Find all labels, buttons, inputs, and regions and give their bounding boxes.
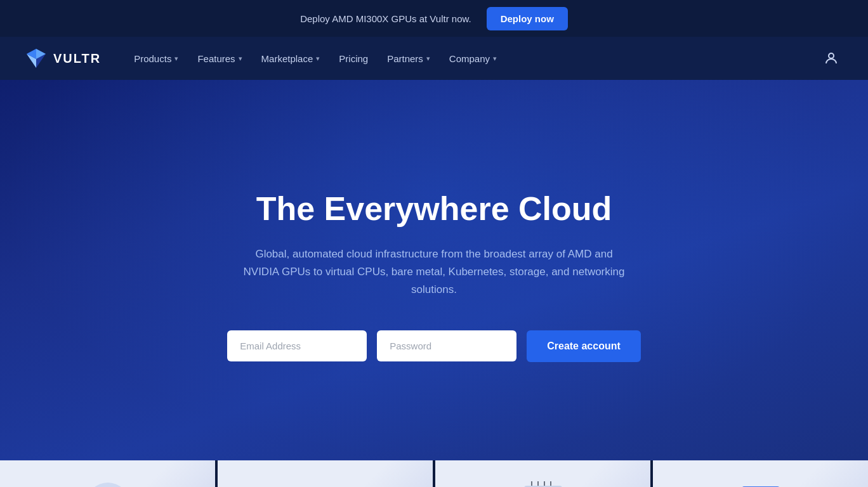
nav-item-features[interactable]: Features ▾ xyxy=(190,48,249,69)
chevron-down-icon: ▾ xyxy=(493,55,497,63)
nav-item-products[interactable]: Products ▾ xyxy=(126,48,186,69)
logo-text: VULTR xyxy=(53,51,101,66)
create-account-button[interactable]: Create account xyxy=(527,330,641,362)
password-input[interactable] xyxy=(377,330,516,361)
deploy-now-button[interactable]: Deploy now xyxy=(487,7,568,30)
user-account-button[interactable] xyxy=(820,47,843,70)
hero-title: The Everywhere Cloud xyxy=(256,191,612,227)
chevron-down-icon: ▾ xyxy=(239,55,242,63)
signup-form: Create account xyxy=(227,330,641,362)
chevron-down-icon: ▾ xyxy=(174,55,178,63)
email-input[interactable] xyxy=(227,330,367,361)
storage-card[interactable] xyxy=(653,460,868,487)
chevron-down-icon: ▾ xyxy=(426,55,430,63)
chevron-down-icon: ▾ xyxy=(316,55,320,63)
nav-item-partners[interactable]: Partners ▾ xyxy=(379,48,438,69)
product-cards-row xyxy=(0,460,868,487)
nav-links: Products ▾ Features ▾ Marketplace ▾ Pric… xyxy=(126,47,843,70)
announcement-text: Deploy AMD MI300X GPUs at Vultr now. xyxy=(300,13,471,24)
svg-point-5 xyxy=(86,483,130,487)
navbar: VULTR Products ▾ Features ▾ Marketplace … xyxy=(0,37,868,80)
gpu-illustration xyxy=(0,467,215,487)
compute-card[interactable] xyxy=(218,460,435,487)
hero-section: The Everywhere Cloud Global, automated c… xyxy=(0,80,868,460)
svg-point-4 xyxy=(829,53,834,58)
vultr-logo-icon xyxy=(25,48,47,69)
user-icon xyxy=(824,51,839,66)
announcement-bar: Deploy AMD MI300X GPUs at Vultr now. Dep… xyxy=(0,0,868,37)
cpu-illustration xyxy=(435,467,650,487)
gpu-card[interactable] xyxy=(0,460,218,487)
storage-illustration xyxy=(653,467,868,487)
nav-item-pricing[interactable]: Pricing xyxy=(331,48,376,69)
logo-link[interactable]: VULTR xyxy=(25,48,101,69)
compute-illustration xyxy=(218,467,433,487)
hero-subtitle: Global, automated cloud infrastructure f… xyxy=(237,245,631,299)
cpu-card[interactable] xyxy=(435,460,653,487)
nav-item-company[interactable]: Company ▾ xyxy=(442,48,504,69)
nav-item-marketplace[interactable]: Marketplace ▾ xyxy=(254,48,328,69)
